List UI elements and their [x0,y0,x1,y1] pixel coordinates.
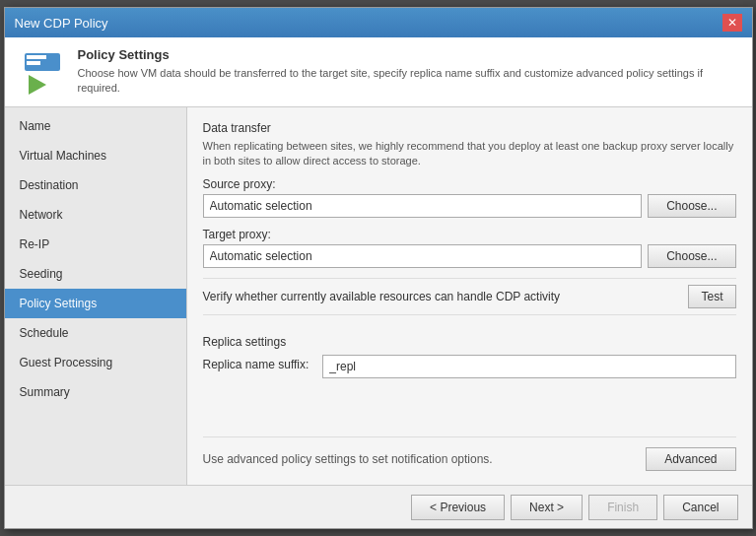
verify-text: Verify whether currently available resou… [203,290,561,303]
main-content: Name Virtual Machines Destination Networ… [5,107,752,485]
sidebar-item-summary[interactable]: Summary [5,377,186,407]
dialog: New CDP Policy ✕ Policy Settings Choose … [4,7,753,529]
source-proxy-choose-button[interactable]: Choose... [648,194,735,218]
sidebar-item-guest-processing[interactable]: Guest Processing [5,348,186,377]
header-icon [19,47,66,95]
content-area: Data transfer When replicating between s… [187,107,752,485]
cancel-button[interactable]: Cancel [663,495,737,520]
sidebar-item-schedule[interactable]: Schedule [5,318,186,348]
sidebar-item-policy-settings[interactable]: Policy Settings [5,289,186,318]
target-proxy-label: Target proxy: [203,228,736,241]
close-button[interactable]: ✕ [722,14,742,32]
next-button[interactable]: Next > [511,495,583,520]
dialog-title: New CDP Policy [15,16,108,31]
sidebar-item-name[interactable]: Name [5,111,186,141]
source-proxy-group: Source proxy: Choose... [203,177,736,218]
advanced-button[interactable]: Advanced [646,447,735,471]
source-proxy-row: Choose... [203,194,736,218]
data-transfer-info: When replicating between sites, we highl… [203,139,736,169]
replica-settings-title: Replica settings [203,335,736,349]
replica-name-row: Replica name suffix: [203,355,736,378]
test-button[interactable]: Test [688,285,735,308]
target-proxy-choose-button[interactable]: Choose... [648,244,735,268]
previous-button[interactable]: < Previous [411,495,505,520]
finish-button[interactable]: Finish [588,495,657,520]
source-proxy-input[interactable] [203,194,643,218]
replica-name-group: Replica name suffix: [203,355,736,378]
target-proxy-group: Target proxy: Choose... [203,228,736,268]
header-description: Choose how VM data should be transferred… [78,66,738,97]
header-title: Policy Settings [78,47,738,62]
data-transfer-section: Data transfer When replicating between s… [203,121,736,319]
data-transfer-title: Data transfer [203,121,736,135]
sidebar-item-re-ip[interactable]: Re-IP [5,230,186,259]
sidebar-item-virtual-machines[interactable]: Virtual Machines [5,141,186,170]
sidebar-item-seeding[interactable]: Seeding [5,259,186,289]
replica-section: Replica settings Replica name suffix: [203,335,736,388]
advanced-info-text: Use advanced policy settings to set noti… [203,452,493,466]
replica-name-suffix-input[interactable] [322,355,735,378]
sidebar-item-destination[interactable]: Destination [5,170,186,200]
policy-icon [23,51,62,91]
header-section: Policy Settings Choose how VM data shoul… [5,37,752,107]
target-proxy-input[interactable] [203,244,643,268]
footer: < Previous Next > Finish Cancel [5,485,752,528]
sidebar-item-network[interactable]: Network [5,200,186,230]
verify-row: Verify whether currently available resou… [203,278,736,315]
replica-name-suffix-label: Replica name suffix: [203,358,309,371]
sidebar: Name Virtual Machines Destination Networ… [5,107,187,485]
title-bar: New CDP Policy ✕ [5,8,752,37]
advanced-row: Use advanced policy settings to set noti… [203,436,736,471]
source-proxy-label: Source proxy: [203,177,736,191]
header-text: Policy Settings Choose how VM data shoul… [78,47,738,97]
target-proxy-row: Choose... [203,244,736,268]
